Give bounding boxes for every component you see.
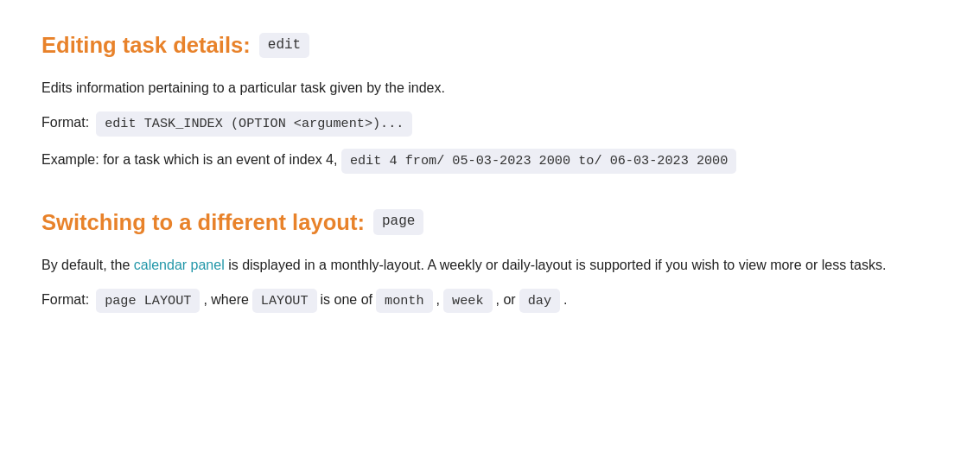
- week-code: week: [443, 289, 492, 313]
- where-text: , where: [203, 289, 248, 311]
- example-label-1: Example:: [41, 152, 99, 167]
- day-code: day: [519, 289, 560, 313]
- comma-1: ,: [436, 289, 440, 311]
- format-code-1: edit TASK_INDEX (OPTION <argument>)...: [96, 111, 412, 136]
- example-code-1: edit 4 from/ 05-03-2023 2000 to/ 06-03-2…: [341, 149, 736, 174]
- month-code: month: [376, 289, 433, 313]
- editing-task-description: Edits information pertaining to a partic…: [41, 77, 939, 99]
- switching-layout-description: By default, the calendar panel is displa…: [41, 254, 939, 277]
- desc-text-2: is displayed in a monthly-layout. A week…: [228, 258, 886, 272]
- page-layout-code: page LAYOUT: [96, 289, 200, 313]
- is-one-of-text: is one of: [321, 289, 372, 311]
- editing-task-heading: Editing task details: edit: [41, 28, 939, 63]
- page-badge: page: [373, 209, 423, 235]
- format-label-2: Format:: [41, 289, 89, 311]
- editing-task-example: Example: for a task which is an event of…: [41, 149, 939, 174]
- editing-task-heading-text: Editing task details:: [41, 28, 251, 63]
- calendar-panel-link[interactable]: calendar panel: [134, 258, 225, 272]
- switching-layout-format: Format: page LAYOUT , where LAYOUT is on…: [41, 289, 939, 313]
- format-label-1: Format:: [41, 111, 89, 134]
- edit-badge: edit: [259, 33, 309, 59]
- desc-text-1: By default, the: [41, 258, 134, 272]
- or-text: , or: [496, 289, 516, 311]
- editing-task-format: Format: edit TASK_INDEX (OPTION <argumen…: [41, 111, 939, 136]
- period: .: [563, 289, 567, 311]
- editing-task-section: Editing task details: edit Edits informa…: [41, 28, 939, 174]
- switching-layout-heading: Switching to a different layout: page: [41, 205, 939, 240]
- switching-layout-section: Switching to a different layout: page By…: [41, 205, 939, 314]
- layout-code: LAYOUT: [252, 289, 317, 313]
- example-text-before: for a task which is an event of index 4,: [103, 152, 337, 167]
- switching-layout-heading-text: Switching to a different layout:: [41, 205, 365, 240]
